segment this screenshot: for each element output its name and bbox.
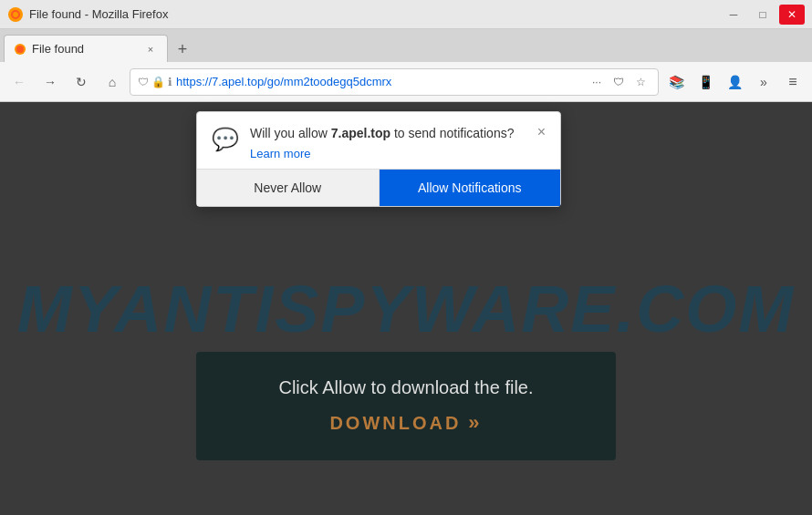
popup-title-prefix: Will you allow — [250, 126, 331, 140]
url-text: https://7.apel.top/go/mm2toodegq5dcmrx — [176, 75, 583, 88]
forward-button[interactable]: → — [36, 68, 64, 96]
nav-extras: 📚 📱 👤 » ≡ — [662, 68, 807, 96]
download-link[interactable]: DOWNLOAD » — [224, 411, 588, 435]
download-main-text: Click Allow to download the file. — [224, 377, 588, 398]
sync-button[interactable]: 📱 — [692, 68, 719, 96]
svg-point-2 — [13, 12, 18, 17]
titlebar-controls: ─ □ ✕ — [721, 5, 805, 25]
address-bar[interactable]: 🛡 🔒 ℹ https://7.apel.top/go/mm2toodegq5d… — [130, 68, 659, 96]
address-bar-security-icons: 🛡 🔒 ℹ — [138, 76, 172, 88]
shield-icon: 🛡 — [138, 76, 149, 88]
more-options-button[interactable]: ··· — [587, 72, 607, 92]
titlebar-title: File found - Mozilla Firefox — [29, 7, 168, 21]
popup-header: 💬 Will you allow 7.apel.top to send noti… — [197, 112, 560, 169]
titlebar: File found - Mozilla Firefox ─ □ ✕ — [0, 0, 812, 29]
navbar: ← → ↻ ⌂ 🛡 🔒 ℹ https://7.apel.top/go/mm2t… — [0, 62, 812, 102]
notification-icon: 💬 — [212, 127, 239, 152]
download-label: DOWNLOAD — [329, 413, 461, 434]
minimize-button[interactable]: ─ — [721, 5, 746, 25]
active-tab[interactable]: File found × — [4, 35, 168, 62]
notification-popup: 💬 Will you allow 7.apel.top to send noti… — [196, 111, 561, 207]
home-button[interactable]: ⌂ — [99, 68, 126, 96]
svg-point-4 — [16, 46, 24, 53]
lock-icon: 🔒 — [151, 76, 165, 88]
firefox-icon — [7, 6, 24, 23]
never-allow-button[interactable]: Never Allow — [197, 170, 380, 206]
titlebar-left: File found - Mozilla Firefox — [7, 6, 168, 23]
tabbar: File found × + — [0, 29, 812, 62]
download-box: Click Allow to download the file. DOWNLO… — [196, 352, 616, 460]
library-button[interactable]: 📚 — [662, 68, 690, 96]
close-button[interactable]: ✕ — [779, 5, 805, 25]
popup-title: Will you allow 7.apel.top to send notifi… — [250, 125, 526, 143]
browser-content: MYANTISPYWARE.COM Click Allow to downloa… — [0, 102, 812, 515]
reload-button[interactable]: ↻ — [68, 68, 95, 96]
tab-close-button[interactable]: × — [143, 42, 158, 57]
popup-title-suffix: to send notifications? — [390, 126, 514, 140]
bookmark-button[interactable]: ☆ — [630, 72, 651, 92]
back-button[interactable]: ← — [5, 68, 33, 96]
watermark-text: MYANTISPYWARE.COM — [17, 272, 796, 346]
popup-buttons: Never Allow Allow Notifications — [197, 169, 560, 206]
address-actions: ··· 🛡 ☆ — [587, 72, 651, 92]
new-tab-button[interactable]: + — [170, 36, 195, 62]
menu-button[interactable]: ≡ — [779, 68, 807, 96]
info-icon: ℹ — [168, 76, 172, 88]
popup-domain: 7.apel.top — [331, 126, 390, 140]
allow-notifications-button[interactable]: Allow Notifications — [380, 170, 561, 206]
popup-close-button[interactable]: × — [537, 125, 546, 139]
extensions-button[interactable]: » — [750, 68, 777, 96]
popup-content: Will you allow 7.apel.top to send notifi… — [250, 125, 526, 161]
tab-favicon — [14, 43, 26, 56]
download-arrows-icon: » — [468, 411, 482, 435]
tab-title: File found — [32, 42, 84, 56]
learn-more-link[interactable]: Learn more — [250, 147, 310, 160]
shield-extra-button[interactable]: 🛡 — [609, 72, 629, 92]
maximize-button[interactable]: □ — [750, 5, 776, 25]
account-button[interactable]: 👤 — [721, 68, 748, 96]
